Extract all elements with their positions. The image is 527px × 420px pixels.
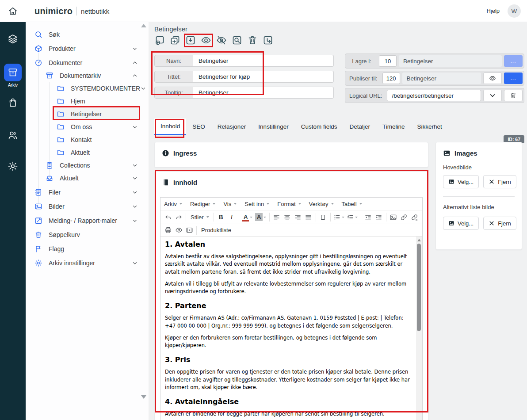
tree-item-betingelser[interactable]: Betingelser	[26, 107, 149, 120]
tree-item-collections[interactable]: Collections	[26, 159, 149, 172]
menu-arkiv[interactable]: Arkiv	[164, 201, 182, 207]
url-dropdown-button[interactable]	[483, 90, 502, 101]
undo-button[interactable]	[163, 212, 173, 222]
chevron-down-icon[interactable]	[132, 260, 138, 266]
publiser-preview-button[interactable]	[483, 73, 502, 84]
chevron-up-icon[interactable]	[132, 60, 138, 66]
redo-button[interactable]	[173, 212, 184, 222]
tittel-input[interactable]: Betingelser for kjøp	[193, 71, 334, 83]
text-color-button[interactable]: A	[241, 212, 254, 222]
delete-button[interactable]	[246, 34, 259, 46]
scrollbar-thumb[interactable]	[417, 244, 421, 331]
chevron-down-icon[interactable]	[132, 162, 138, 168]
tree-item-melding-rapport-maler[interactable]: Melding- / Rapport-maler	[26, 214, 149, 227]
url-delete-button[interactable]	[504, 90, 523, 101]
tab-relasjoner[interactable]: Relasjoner	[211, 118, 252, 135]
editor-scrollbar[interactable]	[416, 237, 422, 420]
chevron-down-icon[interactable]	[132, 124, 138, 130]
rail-item-settings[interactable]	[0, 161, 26, 172]
bold-button[interactable]: B	[216, 212, 226, 222]
produktliste-button[interactable]: Produktliste	[199, 227, 234, 233]
navn-input[interactable]: Betingelser	[193, 55, 334, 67]
tree-item-dokumenter[interactable]: Dokumenter	[26, 56, 149, 69]
rail-item-arkiv[interactable]: Arkiv	[0, 64, 26, 88]
background-color-button[interactable]: A	[254, 212, 267, 222]
bullet-list-button[interactable]	[332, 212, 346, 222]
unpublish-button[interactable]	[215, 34, 228, 46]
outdent-button[interactable]	[363, 212, 374, 222]
publiser-browse-button[interactable]: ...	[504, 73, 523, 84]
logical-url-input[interactable]: /betingelser/betingelser	[387, 90, 481, 101]
insert-image-button[interactable]	[388, 212, 399, 222]
scroll-up-icon[interactable]	[417, 239, 421, 241]
copy-document-button[interactable]	[169, 34, 181, 46]
tree-item-produkter[interactable]: Produkter	[26, 42, 149, 55]
blockquote-button[interactable]	[318, 212, 328, 222]
tree-item-flagg[interactable]: Flagg	[26, 242, 149, 255]
hovedbilde-remove-button[interactable]: Fjern	[483, 175, 516, 188]
hovedbilde-choose-button[interactable]: Velg...	[443, 175, 479, 188]
rail-item-shop[interactable]	[0, 97, 26, 108]
rail-item-layers[interactable]	[0, 34, 26, 44]
align-center-button[interactable]	[282, 212, 293, 222]
save-button[interactable]	[184, 34, 197, 46]
tooltip-input[interactable]: Betingelser	[193, 87, 334, 99]
align-left-button[interactable]	[271, 212, 282, 222]
preview-button[interactable]	[173, 225, 184, 236]
tree-item-hjem[interactable]: Hjem	[26, 95, 149, 107]
tab-innhold[interactable]: Innhold	[154, 118, 186, 135]
user-avatar[interactable]: W	[508, 4, 521, 18]
chevron-down-icon[interactable]	[132, 203, 138, 210]
inspect-button[interactable]	[231, 34, 243, 46]
altbilde-choose-button[interactable]: Velg...	[443, 217, 479, 230]
tab-custom-fields[interactable]: Custom fields	[295, 118, 344, 135]
tree-item-aktuelt[interactable]: Aktuelt	[26, 172, 149, 184]
preview-button[interactable]	[200, 34, 212, 46]
menu-sett-inn[interactable]: Sett inn	[244, 201, 269, 207]
tree-item-bilder[interactable]: Bilder	[26, 200, 149, 213]
lagre-i-browse-button[interactable]: ...	[504, 55, 523, 67]
tree-item-sok[interactable]: Søk	[26, 28, 149, 41]
menu-rediger[interactable]: Rediger	[190, 201, 216, 207]
move-export-button[interactable]	[262, 34, 274, 46]
chevron-down-icon[interactable]	[132, 189, 138, 195]
remove-link-button[interactable]	[409, 212, 420, 222]
menu-vis[interactable]: Vis	[223, 201, 237, 207]
insert-media-button[interactable]	[184, 225, 195, 236]
tab-sikkerhet[interactable]: Sikkerhet	[411, 118, 448, 135]
insert-link-button[interactable]	[399, 212, 409, 222]
tree-item-filer[interactable]: Filer	[26, 186, 149, 199]
rail-item-users[interactable]	[0, 130, 26, 141]
help-link[interactable]: Hjelp	[486, 8, 500, 14]
numbered-list-button[interactable]	[346, 212, 359, 222]
new-document-button[interactable]	[153, 34, 166, 46]
tab-innstillinger[interactable]: Innstillinger	[252, 118, 294, 135]
print-button[interactable]	[163, 225, 173, 236]
tab-seo[interactable]: SEO	[186, 118, 211, 135]
publiser-til-number-input[interactable]: 120	[382, 73, 400, 84]
home-button[interactable]	[0, 0, 26, 22]
italic-button[interactable]: I	[226, 212, 237, 222]
chevron-down-icon[interactable]	[132, 46, 138, 52]
tree-item-arkiv-innstillinger[interactable]: Arkiv innstillinger	[26, 256, 149, 269]
chevron-down-icon[interactable]	[140, 85, 146, 92]
tree-item-dokumentarkiv[interactable]: Dokumentarkiv	[26, 69, 149, 82]
menu-format[interactable]: Format	[277, 201, 301, 207]
indent-button[interactable]	[374, 212, 384, 222]
tree-item-kontakt[interactable]: Kontakt	[26, 133, 149, 146]
chevron-up-icon[interactable]	[132, 73, 138, 79]
lagre-i-number-input[interactable]: 10	[379, 55, 397, 67]
tree-item-systemdokumenter[interactable]: SYSTEMDOKUMENTER	[26, 82, 149, 95]
tree-item-soppelkurv[interactable]: Søppelkurv	[26, 228, 149, 241]
editor-content[interactable]: 1. Avtalen Avtalen består av disse salgs…	[160, 237, 416, 420]
tree-scroll-up-icon[interactable]	[141, 24, 146, 27]
tree-item-om-oss[interactable]: Om oss	[26, 120, 149, 133]
styles-dropdown[interactable]: Stiler	[188, 214, 212, 221]
ingress-panel[interactable]: Ingress	[154, 142, 428, 168]
chevron-down-icon[interactable]	[132, 218, 138, 224]
menu-tabell[interactable]: Tabell	[342, 201, 362, 207]
altbilde-remove-button[interactable]: Fjern	[483, 217, 516, 230]
menu-verktoy[interactable]: Verktøy	[309, 201, 334, 207]
tab-detaljer[interactable]: Detaljer	[343, 118, 376, 135]
tree-scroll-down-icon[interactable]	[141, 395, 146, 399]
